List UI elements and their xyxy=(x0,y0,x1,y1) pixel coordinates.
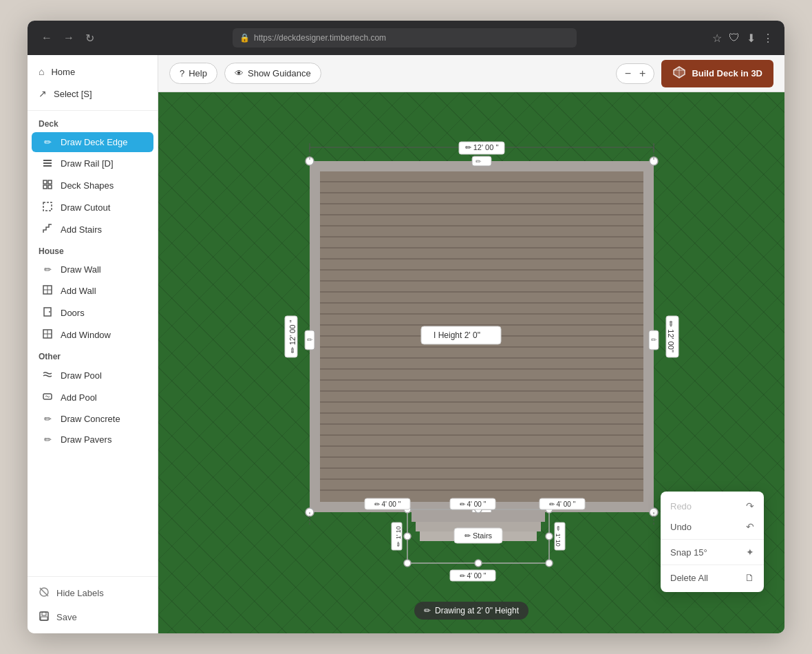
svg-point-84 xyxy=(546,560,553,567)
refresh-button[interactable]: ↻ xyxy=(83,29,97,48)
build-3d-icon xyxy=(672,65,686,82)
svg-point-12 xyxy=(49,311,50,313)
zoom-in-button[interactable]: + xyxy=(637,66,648,81)
menu-button[interactable]: ⋮ xyxy=(762,32,773,45)
add-pool-icon xyxy=(41,392,54,403)
add-stairs-icon xyxy=(41,224,54,235)
sidebar-item-deck-shapes[interactable]: Deck Shapes xyxy=(32,175,153,196)
build-3d-button[interactable]: Build Deck in 3D xyxy=(661,60,773,87)
snap-item[interactable]: Snap 15° ✦ xyxy=(661,542,764,562)
svg-text:✏ 4' 00 ": ✏ 4' 00 " xyxy=(549,500,576,508)
undo-item[interactable]: Undo ↶ xyxy=(661,516,764,537)
svg-text:✏ 12' 00 ": ✏ 12' 00 " xyxy=(465,143,499,151)
extensions-button[interactable]: 🛡 xyxy=(729,32,740,44)
sidebar: ⌂ Home ↗ Select [S] Deck ✏ Draw Deck Edg… xyxy=(28,55,158,633)
svg-text:✏ 12' 00 ": ✏ 12' 00 " xyxy=(288,320,297,354)
download-button[interactable]: ⬇ xyxy=(747,32,756,45)
svg-rect-5 xyxy=(43,185,47,189)
add-window-icon xyxy=(41,329,54,341)
house-section-label: House xyxy=(28,241,158,259)
address-bar[interactable]: 🔒 https://deckdesigner.timbertech.com xyxy=(233,28,577,48)
draw-deck-edge-icon: ✏ xyxy=(41,137,54,147)
sidebar-item-draw-wall[interactable]: ✏ Draw Wall xyxy=(32,260,153,279)
help-button[interactable]: ? Help xyxy=(169,63,217,84)
drawing-status: ✏ Drawing at 2' 0" Height xyxy=(414,602,528,620)
hide-labels-icon xyxy=(39,587,50,600)
redo-item[interactable]: Redo ↷ xyxy=(661,496,764,516)
browser-window: ← → ↻ 🔒 https://deckdesigner.timbertech.… xyxy=(28,21,784,633)
sidebar-item-add-pool[interactable]: Add Pool xyxy=(32,387,153,408)
draw-concrete-icon: ✏ xyxy=(41,414,54,424)
snap-label: Snap 15° xyxy=(670,547,707,558)
sidebar-item-draw-pavers[interactable]: ✏ Draw Pavers xyxy=(32,430,153,450)
forward-button[interactable]: → xyxy=(61,29,77,47)
redo-icon: ↷ xyxy=(746,500,754,511)
nav-buttons: ← → ↻ xyxy=(39,29,97,48)
sidebar-item-draw-concrete[interactable]: ✏ Draw Concrete xyxy=(32,409,153,429)
bookmark-button[interactable]: ☆ xyxy=(712,32,722,45)
doors-icon xyxy=(41,307,54,319)
app-container: ⌂ Home ↗ Select [S] Deck ✏ Draw Deck Edg… xyxy=(28,55,784,633)
sidebar-item-draw-rail[interactable]: Draw Rail [D] xyxy=(32,153,153,174)
sidebar-top: ⌂ Home ↗ Select [S] xyxy=(28,55,158,111)
guidance-icon: 👁 xyxy=(235,68,244,78)
zoom-controls: − + xyxy=(616,63,655,84)
svg-point-86 xyxy=(475,560,482,567)
browser-chrome: ← → ↻ 🔒 https://deckdesigner.timbertech.… xyxy=(28,21,784,55)
svg-text:✏ 4' 00 ": ✏ 4' 00 " xyxy=(374,500,401,508)
svg-rect-77 xyxy=(412,512,545,522)
svg-text:✏: ✏ xyxy=(651,336,657,344)
sidebar-item-draw-pool[interactable]: Draw Pool xyxy=(32,365,153,386)
svg-text:✏ 4' 00 ": ✏ 4' 00 " xyxy=(460,572,487,580)
svg-rect-4 xyxy=(48,180,52,184)
toolbar: ? Help 👁 Show Guidance − + Build Deck in xyxy=(158,55,784,92)
undo-icon: ↶ xyxy=(746,521,754,532)
zoom-out-button[interactable]: − xyxy=(622,66,634,81)
deck-shapes-icon xyxy=(41,180,54,191)
svg-rect-7 xyxy=(43,202,52,211)
svg-text:I Height 2' 0": I Height 2' 0" xyxy=(434,330,480,340)
snap-icon: ✦ xyxy=(746,547,754,558)
svg-rect-2 xyxy=(43,165,52,167)
lock-icon: 🔒 xyxy=(239,33,250,43)
svg-text:✏: ✏ xyxy=(476,158,482,165)
svg-point-83 xyxy=(404,560,411,567)
deck-section-label: Deck xyxy=(28,114,158,131)
sidebar-section-deck: Deck ✏ Draw Deck Edge Draw Rail [D] xyxy=(28,111,158,576)
canvas-area[interactable]: ✏ ✏ ✏ ✏ ✏ 12' 00 " ✏ 12' 00" xyxy=(158,92,784,633)
show-guidance-button[interactable]: 👁 Show Guidance xyxy=(224,63,321,84)
svg-text:✏: ✏ xyxy=(307,336,313,344)
help-icon: ? xyxy=(180,68,184,78)
svg-text:✏ 4' 00 ": ✏ 4' 00 " xyxy=(460,500,487,508)
sidebar-item-add-wall[interactable]: Add Wall xyxy=(32,280,153,302)
sidebar-item-add-window[interactable]: Add Window xyxy=(32,324,153,346)
svg-rect-0 xyxy=(43,160,52,161)
svg-point-88 xyxy=(546,533,553,540)
svg-text:✏ Stairs: ✏ Stairs xyxy=(464,531,493,540)
browser-actions: ☆ 🛡 ⬇ ⋮ xyxy=(712,32,773,45)
context-menu: Redo ↷ Undo ↶ Snap 15° ✦ xyxy=(661,492,764,592)
draw-wall-icon: ✏ xyxy=(41,264,54,275)
sidebar-item-draw-cutout[interactable]: Draw Cutout xyxy=(32,197,153,218)
draw-cutout-icon xyxy=(41,202,54,213)
draw-pavers-icon: ✏ xyxy=(41,434,54,445)
svg-text:✏ 1' 10: ✏ 1' 10 xyxy=(395,526,402,547)
svg-text:✏ 1' 10: ✏ 1' 10 xyxy=(555,526,562,547)
delete-all-item[interactable]: Delete All 🗋 xyxy=(661,567,764,588)
sidebar-item-select[interactable]: ↗ Select [S] xyxy=(28,83,158,105)
svg-rect-19 xyxy=(40,612,48,620)
sidebar-item-doors[interactable]: Doors xyxy=(32,302,153,324)
context-divider-1 xyxy=(661,539,764,540)
sidebar-bottom: Hide Labels Save xyxy=(28,576,158,633)
sidebar-item-home[interactable]: ⌂ Home xyxy=(28,61,158,83)
select-icon: ↗ xyxy=(39,88,47,99)
back-button[interactable]: ← xyxy=(39,29,55,47)
sidebar-item-add-stairs[interactable]: Add Stairs xyxy=(32,219,153,240)
svg-rect-1 xyxy=(43,162,52,164)
draw-rail-icon xyxy=(41,158,54,169)
sidebar-item-hide-labels[interactable]: Hide Labels xyxy=(28,581,158,605)
svg-rect-6 xyxy=(48,185,52,189)
sidebar-item-draw-deck-edge[interactable]: ✏ Draw Deck Edge xyxy=(32,132,153,152)
sidebar-item-save[interactable]: Save xyxy=(28,605,158,629)
svg-rect-3 xyxy=(43,180,47,184)
